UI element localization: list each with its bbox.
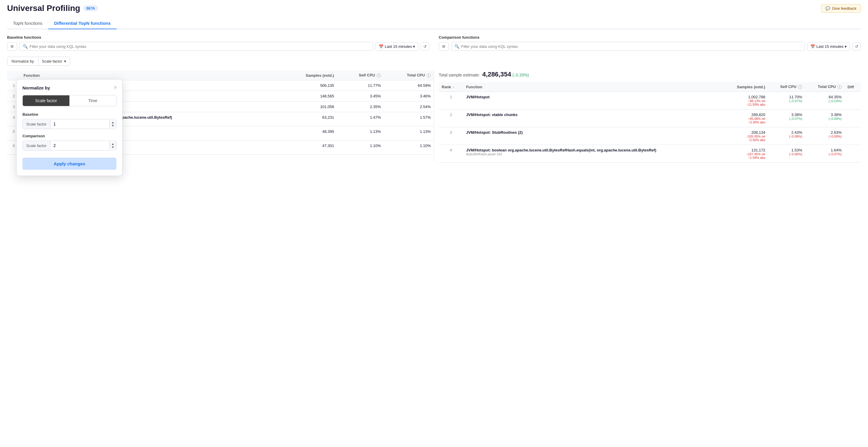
rank-sort-icon: ↑ <box>453 86 454 89</box>
comparison-label: Comparison functions <box>439 35 861 39</box>
filters-section: Baseline functions ⚙ 🔍 📅 Last 15 minutes… <box>7 35 861 51</box>
help-icon[interactable]: ? <box>114 85 116 90</box>
right-th-total-cpu: Total CPU i <box>805 82 844 92</box>
comparison-scale-label: Comparison <box>23 134 116 138</box>
right-th-function: Function <box>463 82 723 92</box>
self-cpu-cell: 1.53% (↑0.06%) <box>768 145 805 163</box>
baseline-scale-spinner[interactable]: ▲ ▼ <box>109 120 116 128</box>
baseline-scale-input-row: Scale factor ▲ ▼ <box>23 119 116 129</box>
normalize-row: Normalize by Scale factor ▾ <box>7 57 861 66</box>
self-cpu-cell: 1.10% <box>337 140 384 155</box>
function-cell: JVM/Hotspot <box>463 92 723 109</box>
samples-cell: 289,820 ↑95.08% rel ↑3.30% abs <box>723 109 768 127</box>
total-cpu-cell: 1.64% (↑0.07%) <box>805 145 844 163</box>
baseline-filter-group: Baseline functions ⚙ 🔍 📅 Last 15 minutes… <box>7 35 429 51</box>
baseline-scale-label: Baseline <box>23 112 116 117</box>
right-th-self-cpu: Self CPU i <box>768 82 805 92</box>
tab-topn[interactable]: TopN functions <box>7 18 48 29</box>
baseline-refresh-button[interactable]: ↺ <box>421 42 429 51</box>
right-total-cpu-info-icon[interactable]: i <box>838 85 842 89</box>
baseline-scale-input[interactable] <box>51 119 109 129</box>
refresh-icon2: ↺ <box>855 44 858 49</box>
self-cpu-cell: 1.47% <box>337 112 384 126</box>
spinner-down-icon: ▼ <box>112 124 114 127</box>
total-cpu-cell: 3.38% (↓0.08%) <box>805 109 844 127</box>
tab-bar: TopN functions Differential TopN functio… <box>7 18 861 29</box>
rank-cell: 4 <box>439 145 463 163</box>
comparison-header: Total sample estimate: 4,286,354 (↓0.33%… <box>439 70 861 80</box>
baseline-filter-row: ⚙ 🔍 📅 Last 15 minutes ▾ ↺ <box>7 42 429 51</box>
baseline-label: Baseline functions <box>7 35 429 39</box>
diff-cell <box>845 145 861 163</box>
total-cpu-cell: 2.54% <box>384 102 434 112</box>
self-cpu-cell: 2.43% (↑0.08%) <box>768 127 805 145</box>
comparison-time-picker[interactable]: 📅 Last 15 minutes ▾ <box>807 42 850 51</box>
toggle-scale-factor[interactable]: Scale factor <box>23 95 69 106</box>
right-table: Rank ↑ Function Samples (estd.) Self CPU… <box>439 82 861 163</box>
self-cpu-cell: 1.13% <box>337 126 384 140</box>
chevron-down-icon: ▾ <box>413 44 415 49</box>
baseline-filter-options-button[interactable]: ⚙ <box>7 42 17 51</box>
search-icon2: 🔍 <box>454 44 459 49</box>
total-cpu-cell: 2.63% (↑0.09%) <box>805 127 844 145</box>
total-cpu-cell: 1.57% <box>384 112 434 126</box>
samples-cell: 48,395 <box>279 126 337 140</box>
chevron-down-icon2: ▾ <box>845 44 847 49</box>
total-cpu-cell: 64.59% <box>384 80 434 91</box>
diff-cell <box>845 127 861 145</box>
total-cpu-cell: 1.10% <box>384 140 434 155</box>
comparison-filter-group: Comparison functions ⚙ 🔍 📅 Last 15 minut… <box>439 35 861 51</box>
filter-icon2: ⚙ <box>442 44 445 49</box>
samples-cell: 101,058 <box>279 102 337 112</box>
comparison-scale-input-row: Scale factor ▲ ▼ <box>23 140 116 151</box>
comparison-scale-input[interactable] <box>51 141 109 150</box>
samples-cell: 506,135 <box>279 80 337 91</box>
comparison-scale-group: Comparison Scale factor ▲ ▼ <box>23 134 116 151</box>
give-feedback-button[interactable]: 💬 Give feedback <box>821 4 861 13</box>
function-cell: JVM/Hotspot: StubRoutines (2) <box>463 127 723 145</box>
self-cpu-cell: 3.45% <box>337 91 384 102</box>
right-self-cpu-info-icon[interactable]: i <box>798 85 802 89</box>
table-row: 4 JVM/Hotspot: boolean org.apache.lucene… <box>439 145 861 163</box>
baseline-search-input[interactable] <box>30 44 370 49</box>
samples-cell: 208,134 ↑105.95% rel ↑2.50% abs <box>723 127 768 145</box>
left-th-total-cpu: Total CPU i <box>384 70 434 80</box>
popup-title: Normalize by <box>23 85 50 90</box>
beta-badge: BETA <box>84 6 97 11</box>
left-th-rank <box>7 70 21 80</box>
comparison-filter-options-button[interactable]: ⚙ <box>439 42 449 51</box>
samples-cell: 1,002,788 ↑98.13% rel ↑11.59% abs <box>723 92 768 109</box>
tab-differential[interactable]: Differential TopN functions <box>48 18 116 29</box>
total-sample-value: 4,286,354 <box>482 70 511 78</box>
rank-cell: 2 <box>439 109 463 127</box>
total-cpu-cell: 1.13% <box>384 126 434 140</box>
comparison-refresh-button[interactable]: ↺ <box>852 42 861 51</box>
page-title: Universal Profiling <box>7 4 80 13</box>
apply-changes-button[interactable]: Apply changes <box>23 158 116 170</box>
right-th-diff: Diff <box>845 82 861 92</box>
right-th-samples: Samples (estd.) <box>723 82 768 92</box>
spinner-up-icon2: ▲ <box>112 142 114 146</box>
comparison-scale-spinner[interactable]: ▲ ▼ <box>109 142 116 150</box>
samples-cell: 63,231 <box>279 112 337 126</box>
total-sample-label: Total sample estimate: <box>439 73 480 77</box>
baseline-time-picker[interactable]: 📅 Last 15 minutes ▾ <box>375 42 418 51</box>
calendar-icon: 📅 <box>379 44 383 49</box>
normalize-label-button[interactable]: Normalize by <box>7 57 38 66</box>
samples-cell: 148,565 <box>279 91 337 102</box>
toggle-time[interactable]: Time <box>69 95 116 106</box>
diff-cell <box>845 92 861 109</box>
baseline-scale-input-label: Scale factor <box>23 120 51 129</box>
normalize-value-button[interactable]: Scale factor ▾ <box>38 57 70 66</box>
refresh-icon: ↺ <box>423 44 427 49</box>
right-table-body: 1 JVM/Hotspot 1,002,788 ↑98.13% rel ↑11.… <box>439 92 861 163</box>
self-cpu-info-icon[interactable]: i <box>377 73 381 78</box>
table-row: 1 JVM/Hotspot 1,002,788 ↑98.13% rel ↑11.… <box>439 92 861 109</box>
samples-cell: 47,301 <box>279 140 337 155</box>
table-row: 3 JVM/Hotspot: StubRoutines (2) 208,134 … <box>439 127 861 145</box>
comparison-search-input[interactable] <box>461 44 802 49</box>
right-table-section: Total sample estimate: 4,286,354 (↓0.33%… <box>434 70 861 163</box>
search-icon: 🔍 <box>23 44 28 49</box>
self-cpu-cell: 3.38% (↓0.07%) <box>768 109 805 127</box>
total-cpu-info-icon[interactable]: i <box>427 73 431 78</box>
